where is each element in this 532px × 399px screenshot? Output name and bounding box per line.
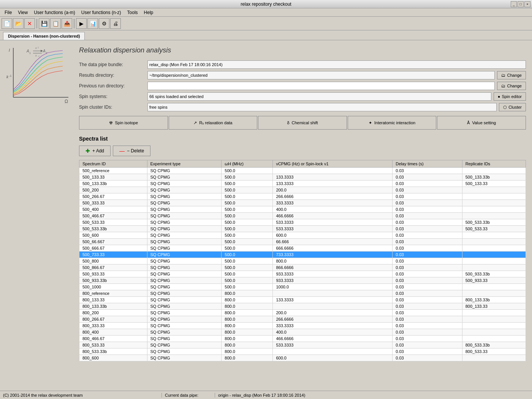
table-row[interactable]: 500_733.33 SQ CPMG 500.0 733.3333 0.03: [79, 252, 526, 258]
results-dir-change-button[interactable]: 🗂 Change: [497, 71, 526, 79]
menu-tools[interactable]: Tools: [124, 9, 141, 16]
table-row[interactable]: 500_reference SQ CPMG 500.0 0.03: [79, 168, 526, 174]
table-row[interactable]: 500_400 SQ CPMG 500.0 400.0 0.03: [79, 206, 526, 213]
cell-delay: 0.03: [393, 284, 462, 290]
close-button[interactable]: ×: [524, 1, 530, 7]
table-row[interactable]: 500_533.33 SQ CPMG 500.0 533.3333 0.03 5…: [79, 219, 526, 226]
cell-omegah: 500.0: [222, 284, 273, 290]
table-row[interactable]: 800_533.33b SQ CPMG 800.0 0.03 800_533.3…: [79, 348, 526, 355]
tab-spin-isotope[interactable]: ☢ Spin isotope: [79, 116, 168, 130]
cell-exp-type: SQ CPMG: [147, 245, 222, 252]
table-row[interactable]: 500_133.33 SQ CPMG 500.0 133.3333 0.03 5…: [79, 174, 526, 180]
spin-editor-button[interactable]: ● Spin editor: [494, 92, 526, 101]
close-file-button[interactable]: ✕: [24, 18, 35, 29]
table-row[interactable]: 800_400 SQ CPMG 800.0 400.0 0.03: [79, 329, 526, 336]
cell-replicate: 500_533.33: [462, 226, 526, 232]
cell-delay: 0.03: [393, 239, 462, 245]
maximize-button[interactable]: □: [518, 1, 524, 7]
table-row[interactable]: 800_133.33 SQ CPMG 800.0 133.3333 0.03 8…: [79, 297, 526, 303]
save-button[interactable]: 💾: [39, 18, 49, 29]
menu-user-functions-am[interactable]: User functions (a-m): [31, 9, 78, 16]
table-row[interactable]: 800_333.33 SQ CPMG 800.0 333.3333 0.03: [79, 323, 526, 329]
table-row[interactable]: 500_266.67 SQ CPMG 500.0 266.6666 0.03: [79, 193, 526, 200]
prev-run-change-button[interactable]: 🗂 Change: [497, 82, 526, 90]
table-row[interactable]: 500_533.33b SQ CPMG 500.0 533.3333 0.03 …: [79, 226, 526, 232]
cell-replicate: 500_933.33: [462, 277, 526, 284]
minimize-button[interactable]: _: [511, 1, 517, 7]
cell-exp-type: SQ CPMG: [147, 174, 222, 180]
new-button[interactable]: 📄: [2, 18, 12, 29]
results-dir-input[interactable]: [147, 71, 495, 79]
cell-delay: 0.03: [393, 213, 462, 219]
menu-file[interactable]: File: [2, 9, 15, 16]
table-row[interactable]: 500_133.33b SQ CPMG 500.0 133.3333 0.03 …: [79, 180, 526, 187]
main-tab[interactable]: Dispersion - Hansen (non-clustered): [3, 32, 85, 40]
delta-icon: δ: [287, 120, 289, 125]
table-row[interactable]: 800_133.33b SQ CPMG 800.0 0.03 800_133.3…: [79, 303, 526, 310]
table-row[interactable]: 500_933.33b SQ CPMG 500.0 933.3333 0.03 …: [79, 277, 526, 284]
table-row[interactable]: 800_533.33 SQ CPMG 800.0 533.3333 0.03 8…: [79, 342, 526, 348]
cell-delay: 0.03: [393, 277, 462, 284]
graph-button[interactable]: 📊: [87, 18, 98, 29]
left-panel: I A 1 k 1 k -1 A 2 k -1 Ω: [0, 40, 76, 391]
cell-omegah: 500.0: [222, 252, 273, 258]
spin-systems-input[interactable]: [147, 92, 491, 101]
table-row[interactable]: 800_266.67 SQ CPMG 800.0 266.6666 0.03: [79, 316, 526, 323]
open-button[interactable]: 📂: [13, 18, 24, 29]
table-row[interactable]: 800_200 SQ CPMG 800.0 200.0 0.03: [79, 310, 526, 316]
svg-text:k: k: [6, 75, 9, 79]
settings-button[interactable]: ⚙: [99, 18, 109, 29]
spectra-title: Spectra list: [79, 136, 526, 142]
cell-spectrum-id: 800_266.67: [79, 316, 147, 323]
menu-help[interactable]: Help: [141, 9, 157, 16]
menu-view[interactable]: View: [15, 9, 31, 16]
cell-exp-type: SQ CPMG: [147, 303, 222, 310]
cell-delay: 0.03: [393, 336, 462, 342]
tab-r1-relaxation[interactable]: ↗ R₁ relaxation data: [169, 116, 258, 130]
cell-delay: 0.03: [393, 219, 462, 226]
cell-exp-type: SQ CPMG: [147, 329, 222, 336]
export-button[interactable]: 📤: [62, 18, 72, 29]
tab-chemical-shift[interactable]: δ Chemical shift: [258, 116, 347, 130]
delete-button[interactable]: — − Delete: [113, 146, 150, 156]
table-row[interactable]: 500_466.67 SQ CPMG 500.0 466.6666 0.03: [79, 213, 526, 219]
cell-omegah: 800.0: [222, 316, 273, 323]
table-row[interactable]: 800_600 SQ CPMG 800.0 600.0 0.03: [79, 355, 526, 361]
add-button[interactable]: ✚ + Add: [79, 146, 111, 156]
tab-value-setting[interactable]: Å Value setting: [437, 116, 526, 130]
table-row[interactable]: 500_600 SQ CPMG 500.0 600.0 0.03: [79, 232, 526, 239]
spin-cluster-input[interactable]: [147, 103, 497, 111]
tab-interatomic[interactable]: ✦ Interatomic interaction: [348, 116, 437, 130]
table-row[interactable]: 500_1000 SQ CPMG 500.0 1000.0 0.03: [79, 284, 526, 290]
table-row[interactable]: 800_466.67 SQ CPMG 800.0 466.6666 0.03: [79, 336, 526, 342]
table-row[interactable]: 800_reference SQ CPMG 800.0 0.03: [79, 290, 526, 297]
table-row[interactable]: 500_933.33 SQ CPMG 500.0 933.3333 0.03 5…: [79, 271, 526, 277]
cell-replicate: [462, 245, 526, 252]
save-as-button[interactable]: 📋: [50, 18, 61, 29]
cell-omegah: 500.0: [222, 180, 273, 187]
cell-spectrum-id: 500_400: [79, 206, 147, 213]
prev-run-label: Previous run directory:: [79, 83, 147, 89]
menu-user-functions-nz[interactable]: User functions (n-z): [78, 9, 124, 16]
cell-replicate: [462, 310, 526, 316]
cell-exp-type: SQ CPMG: [147, 316, 222, 323]
print-button[interactable]: 🖨: [110, 18, 121, 29]
table-row[interactable]: 500_866.67 SQ CPMG 500.0 866.6666 0.03: [79, 264, 526, 271]
prev-run-input[interactable]: [147, 82, 495, 90]
cell-delay: 0.03: [393, 316, 462, 323]
table-row[interactable]: 500_66.667 SQ CPMG 500.0 66.666 0.03: [79, 239, 526, 245]
table-row[interactable]: 500_333.33 SQ CPMG 500.0 333.3333 0.03: [79, 200, 526, 206]
table-row[interactable]: 500_666.67 SQ CPMG 500.0 666.6666 0.03: [79, 245, 526, 252]
separator-2: [74, 19, 74, 28]
svg-text:I: I: [9, 48, 10, 52]
cell-delay: 0.03: [393, 206, 462, 213]
cell-spectrum-id: 800_133.33: [79, 297, 147, 303]
cell-exp-type: SQ CPMG: [147, 206, 222, 213]
cell-exp-type: SQ CPMG: [147, 310, 222, 316]
cell-spectrum-id: 500_866.67: [79, 264, 147, 271]
run-button[interactable]: ▶: [76, 18, 87, 29]
data-pipe-input[interactable]: [147, 60, 526, 69]
cluster-button[interactable]: ⬡ Cluster: [499, 103, 526, 111]
table-row[interactable]: 500_800 SQ CPMG 500.0 800.0 0.03: [79, 258, 526, 264]
table-row[interactable]: 500_200 SQ CPMG 500.0 200.0 0.03: [79, 187, 526, 193]
